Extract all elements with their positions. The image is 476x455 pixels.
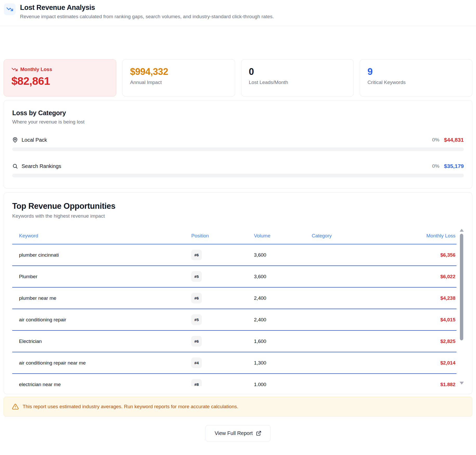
page-title: Lost Revenue Analysis <box>20 3 274 12</box>
monthly-loss-cell: $2,825 <box>384 339 456 344</box>
scrollbar-track[interactable] <box>460 233 463 381</box>
position-badge: #5 <box>191 271 202 282</box>
position-badge: #6 <box>191 336 202 347</box>
position-badge: #6 <box>191 293 202 303</box>
stat-label: Monthly Loss <box>20 67 52 72</box>
keyword-cell: Plumber <box>12 274 191 280</box>
table-row: air conditioning repair near me #4 1,300… <box>12 352 456 374</box>
section-subtitle: Keywords with the highest revenue impact <box>12 213 464 219</box>
trending-down-icon <box>11 66 18 73</box>
monthly-loss-cell: $1,882 <box>384 382 456 386</box>
keyword-cell: plumber cincinnati <box>12 252 191 258</box>
table-row: Electrician #6 1,600 $2,825 <box>12 331 456 352</box>
scroll-up-arrow-icon[interactable] <box>460 229 464 232</box>
keyword-cell: electrician near me <box>12 382 191 386</box>
disclaimer-banner: This report uses estimated industry aver… <box>4 397 472 417</box>
monthly-loss-cell: $6,356 <box>384 252 456 258</box>
keyword-cell: Electrician <box>12 339 191 344</box>
monthly-loss-cell: $4,015 <box>384 317 456 323</box>
disclaimer-text: This report uses estimated industry aver… <box>23 404 238 410</box>
category-amount: $35,179 <box>444 163 464 169</box>
progress-bar <box>12 174 464 177</box>
table-row: plumber cincinnati #6 3,600 $6,356 <box>12 244 456 266</box>
volume-cell: 1,000 <box>254 382 312 386</box>
stat-card-lost-leads: 0 Lost Leads/Month <box>241 59 354 96</box>
category-label: Local Pack <box>22 137 47 143</box>
keyword-cell: plumber near me <box>12 295 191 301</box>
volume-cell: 1,600 <box>254 339 312 344</box>
stat-label: Critical Keywords <box>368 80 465 85</box>
section-title: Top Revenue Opportunities <box>12 202 464 211</box>
category-percent: 0% <box>432 137 439 143</box>
volume-cell: 3,600 <box>254 252 312 258</box>
keyword-cell: air conditioning repair near me <box>12 360 191 366</box>
volume-cell: 1,300 <box>254 360 312 366</box>
table-row: plumber near me #6 2,400 $4,238 <box>12 288 456 309</box>
section-title: Loss by Category <box>12 109 464 117</box>
volume-cell: 3,600 <box>254 274 312 280</box>
section-subtitle: Where your revenue is being lost <box>12 119 464 125</box>
stat-cards-row: Monthly Loss $82,861 $994,332 Annual Imp… <box>4 59 472 96</box>
opportunities-table-viewport[interactable]: plumber cincinnati #6 3,600 $6,356 Plumb… <box>12 244 456 386</box>
opportunities-table: Keyword Position Volume Category Monthly… <box>12 228 464 386</box>
monthly-loss-cell: $2,014 <box>384 360 456 366</box>
category-amount: $44,831 <box>444 137 464 143</box>
table-row: electrician near me #8 1,000 $1,882 <box>12 374 456 386</box>
stat-value: $994,332 <box>130 66 227 77</box>
stat-value: 0 <box>249 66 346 77</box>
report-header: Lost Revenue Analysis Revenue impact est… <box>0 0 476 26</box>
stat-value: 9 <box>368 66 465 77</box>
stat-card-critical-keywords: 9 Critical Keywords <box>360 59 472 96</box>
category-label: Search Rankings <box>22 163 61 169</box>
column-header-position[interactable]: Position <box>191 233 254 239</box>
scrollbar-thumb[interactable] <box>460 234 463 340</box>
monthly-loss-cell: $4,238 <box>384 295 456 301</box>
keyword-cell: air conditioning repair <box>12 317 191 323</box>
map-pin-icon <box>12 137 18 143</box>
monthly-loss-cell: $6,022 <box>384 274 456 280</box>
stat-label: Lost Leads/Month <box>249 80 346 85</box>
column-header-category[interactable]: Category <box>312 233 384 239</box>
search-icon <box>12 163 18 169</box>
volume-cell: 2,400 <box>254 317 312 323</box>
trending-down-icon <box>4 3 16 15</box>
category-row-local-pack: Local Pack 0% $44,831 <box>12 137 464 143</box>
progress-bar <box>12 147 464 151</box>
table-row: air conditioning repair #5 2,400 $4,015 <box>12 309 456 331</box>
table-header-row: Keyword Position Volume Category Monthly… <box>12 228 456 244</box>
stat-card-annual-impact: $994,332 Annual Impact <box>122 59 235 96</box>
table-row: Plumber #5 3,600 $6,022 <box>12 266 456 288</box>
scroll-down-arrow-icon[interactable] <box>460 382 464 385</box>
view-full-report-button[interactable]: View Full Report <box>205 425 270 441</box>
external-link-icon <box>256 431 261 436</box>
table-scrollbar[interactable] <box>459 228 464 386</box>
category-row-search-rankings: Search Rankings 0% $35,179 <box>12 163 464 169</box>
stat-value: $82,861 <box>11 75 108 87</box>
column-header-volume[interactable]: Volume <box>254 233 312 239</box>
stat-label: Annual Impact <box>130 80 227 85</box>
stat-card-monthly-loss: Monthly Loss $82,861 <box>4 59 116 96</box>
position-badge: #6 <box>191 250 202 260</box>
position-badge: #8 <box>191 379 202 386</box>
category-percent: 0% <box>432 163 439 169</box>
column-header-keyword[interactable]: Keyword <box>12 233 191 239</box>
button-label: View Full Report <box>215 430 253 436</box>
page-subtitle: Revenue impact estimates calculated from… <box>20 14 274 20</box>
column-header-monthly-loss[interactable]: Monthly Loss <box>384 233 456 239</box>
volume-cell: 2,400 <box>254 295 312 301</box>
top-revenue-opportunities-card: Top Revenue Opportunities Keywords with … <box>4 192 472 394</box>
loss-by-category-card: Loss by Category Where your revenue is b… <box>4 100 472 188</box>
position-badge: #4 <box>191 358 202 368</box>
warning-triangle-icon <box>12 403 19 410</box>
position-badge: #5 <box>191 314 202 325</box>
